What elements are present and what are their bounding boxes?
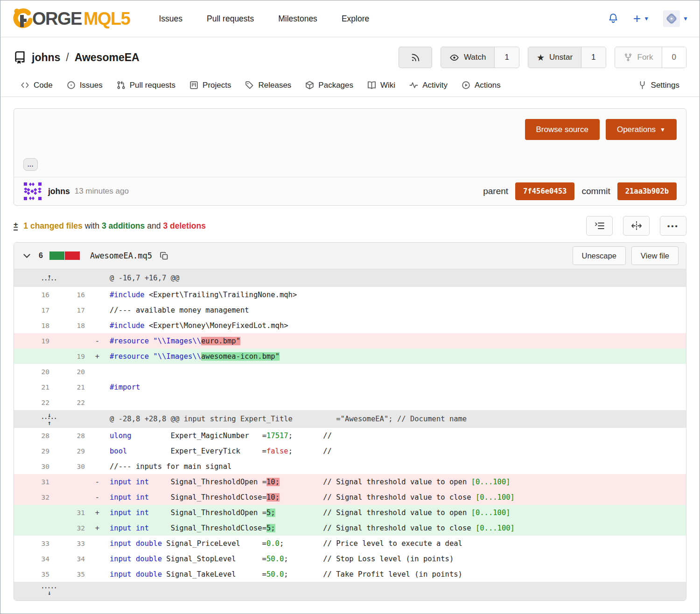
- watch-button[interactable]: Watch: [441, 47, 495, 68]
- new-line-number[interactable]: 33: [49, 536, 85, 551]
- deletions-count: 3 deletions: [163, 221, 205, 231]
- expand-cell: ↑•••••: [14, 269, 85, 287]
- tab-activity[interactable]: Activity: [402, 74, 455, 97]
- code-segment: //--- inputs for main signal: [110, 462, 231, 471]
- user-menu-button[interactable]: ▼: [663, 10, 688, 27]
- new-line-number[interactable]: [49, 333, 85, 349]
- new-line-number[interactable]: 35: [49, 566, 85, 582]
- parent-hash-button[interactable]: 7f456e0453: [515, 182, 574, 200]
- old-line-number[interactable]: [14, 349, 49, 364]
- unstar-button[interactable]: ★ Unstar: [528, 47, 581, 68]
- forks-count[interactable]: 0: [662, 47, 686, 68]
- nav-item-milestones[interactable]: Milestones: [278, 14, 317, 24]
- expand-both-icon[interactable]: ↓•••••↑: [14, 412, 85, 426]
- old-line-number[interactable]: 35: [14, 566, 49, 582]
- operations-dropdown-button[interactable]: Operations ▼: [606, 119, 677, 140]
- new-line-number[interactable]: 16: [49, 287, 85, 302]
- nav-item-issues[interactable]: Issues: [159, 14, 182, 24]
- old-line-number[interactable]: 22: [14, 395, 49, 410]
- new-line-number[interactable]: 29: [49, 443, 85, 459]
- old-line-number[interactable]: 30: [14, 459, 49, 474]
- rss-button[interactable]: [399, 47, 432, 68]
- commit-message-area: Browse source Operations ▼ ...: [14, 109, 686, 177]
- deletion-marker: -: [85, 337, 110, 345]
- unstar-button-group: ★ Unstar 1: [528, 47, 606, 68]
- old-line-number[interactable]: 21: [14, 379, 49, 395]
- code-segment: //--- available money management: [110, 306, 249, 314]
- new-line-number[interactable]: 17: [49, 302, 85, 318]
- repo-title-separator: /: [66, 51, 69, 64]
- whitespace-options-button[interactable]: [586, 216, 613, 236]
- new-line-number[interactable]: [49, 474, 85, 489]
- old-line-number[interactable]: 34: [14, 551, 49, 566]
- view-file-button[interactable]: View file: [631, 246, 679, 265]
- tab-settings[interactable]: Settings: [631, 74, 686, 97]
- tab-packages[interactable]: Packages: [298, 74, 360, 97]
- forge-mql5-logo[interactable]: ORGE MQL5: [12, 7, 130, 30]
- file-name-link[interactable]: AwesomeEA.mq5: [90, 251, 152, 260]
- old-line-number[interactable]: 18: [14, 318, 49, 333]
- collapse-file-button[interactable]: [21, 252, 32, 260]
- browse-source-button[interactable]: Browse source: [525, 119, 600, 140]
- file-diffstat-bar: [49, 251, 80, 260]
- old-line-number[interactable]: 20: [14, 364, 49, 379]
- expand-up-icon[interactable]: ↑•••••: [14, 274, 85, 282]
- new-line-number[interactable]: 34: [49, 551, 85, 566]
- nav-item-pull-requests[interactable]: Pull requests: [207, 14, 254, 24]
- expand-down-icon[interactable]: •••••↓: [14, 587, 85, 595]
- new-line-number[interactable]: 22: [49, 395, 85, 410]
- new-line-number[interactable]: 19: [49, 349, 85, 364]
- repo-name-link[interactable]: AwesomeEA: [75, 51, 140, 64]
- old-line-number[interactable]: 17: [14, 302, 49, 318]
- old-line-number[interactable]: 32: [14, 489, 49, 505]
- old-line-number[interactable]: 29: [14, 443, 49, 459]
- old-line-number[interactable]: 31: [14, 474, 49, 489]
- changed-files-link[interactable]: 1 changed files: [23, 221, 82, 231]
- code-line: input double Signal_StopLevel =50.0; // …: [85, 551, 686, 566]
- code-line: [85, 364, 686, 379]
- tab-issues[interactable]: Issues: [60, 74, 110, 97]
- old-line-number[interactable]: 33: [14, 536, 49, 551]
- repo-owner-link[interactable]: johns: [32, 51, 60, 64]
- code-segment: Expert_MagicNumber =: [132, 432, 266, 440]
- diff-row: 1717//--- available money management: [14, 302, 686, 318]
- tab-releases[interactable]: Releases: [238, 74, 298, 97]
- old-line-number[interactable]: 16: [14, 287, 49, 302]
- commit-author-row: johns 13 minutes ago parent 7f456e0453 c…: [14, 177, 686, 205]
- new-line-number[interactable]: 21: [49, 379, 85, 395]
- copy-file-path-button[interactable]: [159, 251, 169, 261]
- commit-more-button[interactable]: ...: [23, 158, 38, 171]
- old-line-number[interactable]: [14, 505, 49, 520]
- code-segment: [149, 352, 153, 361]
- old-line-number[interactable]: 19: [14, 333, 49, 349]
- new-line-number[interactable]: 30: [49, 459, 85, 474]
- old-line-number[interactable]: [14, 520, 49, 536]
- code-segment: false: [266, 447, 288, 455]
- stars-count[interactable]: 1: [581, 47, 605, 68]
- tab-pull-requests[interactable]: Pull requests: [110, 74, 182, 97]
- old-line-number[interactable]: 28: [14, 428, 49, 443]
- author-avatar[interactable]: [23, 182, 42, 201]
- unescape-button[interactable]: Unescape: [573, 246, 626, 265]
- new-line-number[interactable]: 32: [49, 520, 85, 536]
- author-name-link[interactable]: johns: [48, 187, 70, 196]
- new-line-number[interactable]: 18: [49, 318, 85, 333]
- tab-code[interactable]: Code: [14, 74, 60, 97]
- tab-wiki[interactable]: Wiki: [360, 74, 402, 97]
- new-line-number[interactable]: 28: [49, 428, 85, 443]
- tab-projects[interactable]: Projects: [182, 74, 238, 97]
- actions-icon: [462, 81, 470, 90]
- fork-button[interactable]: Fork: [615, 47, 662, 68]
- new-line-number[interactable]: 31: [49, 505, 85, 520]
- code-line: #import: [85, 379, 686, 395]
- tab-actions[interactable]: Actions: [455, 74, 508, 97]
- commit-hash-button[interactable]: 21aa3b902b: [617, 182, 677, 200]
- nav-item-explore[interactable]: Explore: [342, 14, 369, 24]
- split-view-button[interactable]: [623, 216, 650, 236]
- new-line-number[interactable]: [49, 489, 85, 505]
- notifications-button[interactable]: [607, 13, 619, 25]
- diff-options-button[interactable]: •••: [660, 216, 686, 236]
- watchers-count[interactable]: 1: [494, 47, 518, 68]
- new-line-number[interactable]: 20: [49, 364, 85, 379]
- create-new-button[interactable]: + ▼: [633, 11, 649, 26]
